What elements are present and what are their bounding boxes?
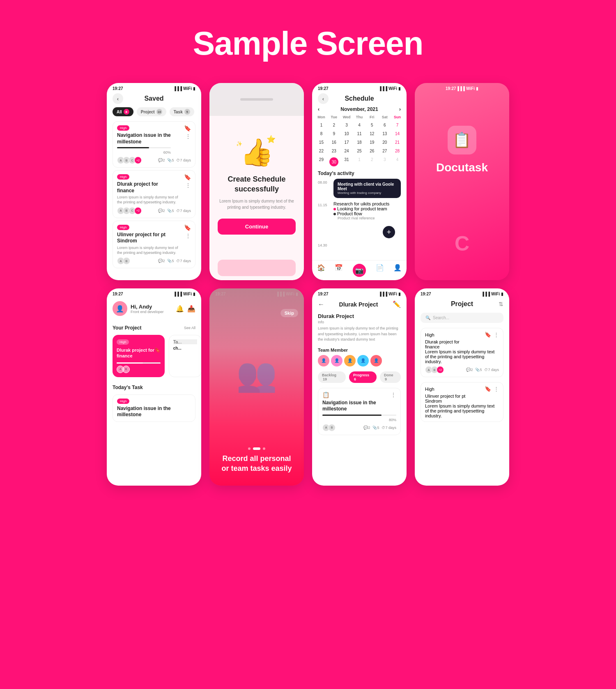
detail-task-more[interactable]: ⋮ [391, 392, 396, 398]
cal-day-7[interactable]: 7 [391, 121, 403, 129]
cal-day-31[interactable]: 31 [341, 156, 353, 168]
edit-icon-7[interactable]: ✏️ [393, 300, 401, 308]
cal-day-24[interactable]: 24 [341, 147, 353, 155]
cal-day-4[interactable]: 4 [354, 121, 365, 129]
task-card-1[interactable]: High Navigation issue in themillestone 6… [113, 121, 195, 168]
list-save-icon-2[interactable]: 🔖 [485, 386, 491, 392]
cal-day-28[interactable]: 28 [391, 147, 403, 155]
more-icon-1[interactable]: ⋮ [185, 133, 191, 140]
cal-day-5[interactable]: 5 [366, 121, 378, 129]
task-meta-2: A B C +2 💬2 📎5 ⏱7 days [117, 207, 191, 214]
status-tab-backlog[interactable]: Backlog 19 [318, 371, 346, 383]
project-card-pink-1[interactable]: High Dlurak project forfinance 🔖 A B [113, 335, 165, 377]
filter-tab-project[interactable]: Project 10 [137, 107, 166, 116]
cal-day-26[interactable]: 26 [366, 147, 378, 155]
search-icon-8: 🔍 [425, 316, 430, 320]
back-button-7[interactable]: ← [318, 301, 324, 308]
cal-day-21[interactable]: 21 [391, 138, 403, 146]
cal-day-16[interactable]: 16 [328, 138, 340, 146]
cal-day-10[interactable]: 10 [341, 130, 353, 138]
cal-day-15[interactable]: 15 [315, 138, 327, 146]
project-card-save-1[interactable]: 🔖 [154, 347, 161, 353]
list-save-icon-1[interactable]: 🔖 [485, 332, 491, 338]
inbox-icon[interactable]: 📥 [187, 305, 195, 313]
cal-day-20[interactable]: 20 [379, 138, 391, 146]
filter-icon-8[interactable]: ⇅ [499, 301, 503, 307]
project-card-secondary[interactable]: Ta... ch... [169, 335, 201, 377]
prev-month-btn[interactable]: ‹ [318, 106, 319, 112]
status-tab-done[interactable]: Done 9 [380, 371, 401, 383]
cal-day-next-4[interactable]: 4 [391, 156, 403, 168]
cal-day-17[interactable]: 17 [341, 138, 353, 146]
search-placeholder-8: Search... [433, 316, 449, 320]
bookmark-icon-3[interactable]: 🔖 [184, 224, 191, 231]
bookmark-icon-2[interactable]: 🔖 [184, 174, 191, 180]
list-more-icon-2[interactable]: ⋮ [494, 386, 499, 392]
project-list-card-1[interactable]: High 🔖 ⋮ Dlurak project forfinance Lorem… [421, 328, 503, 377]
home-task-card[interactable]: High Navigation issue in the millestone [113, 394, 195, 422]
project-list-card-2[interactable]: High 🔖 ⋮ Ulinver project for ptSindrom L… [421, 382, 503, 422]
task-title-3: Ulinver project for ptSindrom [117, 232, 184, 244]
see-all-projects[interactable]: See All [184, 326, 195, 330]
search-bar-8[interactable]: 🔍 Search... [421, 313, 503, 323]
cal-day-3[interactable]: 3 [341, 121, 353, 129]
user-role: Front end developer [131, 310, 176, 314]
cal-day-19[interactable]: 19 [366, 138, 378, 146]
cal-day-11[interactable]: 11 [354, 130, 365, 138]
add-activity-button[interactable]: + [383, 226, 395, 238]
cal-day-18[interactable]: 18 [354, 138, 365, 146]
cal-day-29[interactable]: 29 [315, 156, 327, 168]
bell-icon[interactable]: 🔔 [176, 305, 184, 313]
detail-attach-count: 📎5 [372, 426, 379, 430]
cal-header-sun: Sun [391, 114, 403, 120]
cal-day-22[interactable]: 22 [315, 147, 327, 155]
cal-day-23[interactable]: 23 [328, 147, 340, 155]
cal-day-2[interactable]: 2 [328, 121, 340, 129]
status-icons-5: ▐▐▐ WiFi ▮ [173, 292, 195, 296]
detail-task-card[interactable]: 📋 ⋮ Navigation issue in the millestone 8… [318, 388, 401, 435]
back-button-1[interactable]: ‹ [113, 93, 123, 104]
user-greeting: Hi, Andy [131, 304, 176, 310]
calendar-grid: Mon Tue Wed Thu Fri Sat Sun 1 2 3 4 5 6 … [312, 114, 407, 168]
filter-tab-all[interactable]: All 8 [113, 107, 133, 116]
detail-time-count: ⏱7 days [382, 426, 396, 430]
more-icon-3[interactable]: ⋮ [185, 233, 191, 239]
nav-doc-3[interactable]: 📄 [376, 264, 384, 277]
bookmark-icon-1[interactable]: 🔖 [184, 125, 191, 131]
skip-button[interactable]: Skip [280, 309, 298, 317]
nav-camera-3[interactable]: 📷 [353, 264, 366, 277]
nav-profile-3[interactable]: 👤 [393, 264, 402, 277]
cal-day-9[interactable]: 9 [328, 130, 340, 138]
signal-icon-5: ▐▐▐ [173, 292, 182, 296]
cal-header-wed: Wed [341, 114, 353, 120]
nav-calendar-3[interactable]: 📅 [335, 264, 343, 277]
battery-icon-8: ▮ [501, 292, 503, 296]
cal-day-next-1[interactable]: 1 [354, 156, 365, 168]
more-icon-2[interactable]: ⋮ [185, 182, 191, 189]
cal-day-14[interactable]: 14 [391, 130, 403, 138]
cal-day-12[interactable]: 12 [366, 130, 378, 138]
cal-day-25[interactable]: 25 [354, 147, 365, 155]
status-tab-progress[interactable]: Progress 6 [349, 371, 377, 383]
cal-day-next-2[interactable]: 2 [366, 156, 378, 168]
team-avatar-3: 👤 [344, 355, 356, 366]
back-button-3[interactable]: ‹ [318, 93, 329, 104]
next-month-btn[interactable]: › [399, 106, 401, 112]
cal-day-1[interactable]: 1 [315, 121, 327, 129]
list-card-desc-1: Lorem Ipsum is simply dummy text of the … [425, 349, 499, 364]
cal-day-6[interactable]: 6 [379, 121, 391, 129]
task-card-3[interactable]: High Ulinver project for ptSindrom Lorem… [113, 221, 195, 269]
activity-card-1[interactable]: Meeting with client via Goole Meet Meeti… [333, 179, 401, 198]
filter-tab-task[interactable]: Task 5 [170, 107, 194, 116]
continue-button[interactable]: Continue [218, 219, 296, 235]
list-more-icon-1[interactable]: ⋮ [494, 332, 499, 338]
cal-day-8[interactable]: 8 [315, 130, 327, 138]
cal-day-30-today[interactable]: 30 [328, 156, 340, 168]
cal-day-27[interactable]: 27 [379, 147, 391, 155]
task-card-2[interactable]: High Dlurak project forfinance Lorem Ips… [113, 170, 195, 218]
cal-day-13[interactable]: 13 [379, 130, 391, 138]
progress-label-1: 60% [117, 150, 171, 154]
cal-day-next-3[interactable]: 3 [379, 156, 391, 168]
nav-home-3[interactable]: 🏠 [317, 264, 325, 277]
detail-task-title: Navigation issue in the millestone [322, 400, 396, 412]
